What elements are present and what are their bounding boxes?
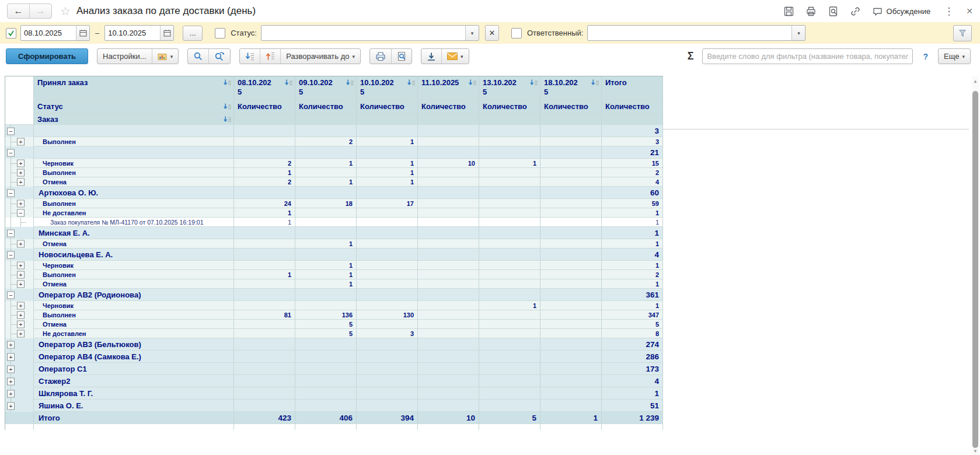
scroll-down-arrow[interactable]: ▼	[972, 447, 979, 455]
cell-value: 60	[602, 187, 663, 199]
expand-toggle[interactable]: +	[17, 262, 25, 270]
generate-button[interactable]: Сформировать	[6, 48, 88, 64]
expand-toggle[interactable]: +	[17, 160, 25, 167]
responsible-checkbox[interactable]	[511, 28, 522, 38]
expand-toggle[interactable]: +	[17, 200, 25, 208]
collapse-toggle[interactable]: −	[7, 189, 15, 197]
sort-icon	[591, 79, 599, 86]
expand-toggle[interactable]: +	[17, 281, 25, 288]
collapse-toggle[interactable]: −	[7, 149, 15, 156]
column-header-prinyal-zakaz[interactable]: Принял заказ	[34, 76, 234, 100]
expand-toggle[interactable]: +	[17, 138, 25, 146]
link-icon[interactable]	[850, 6, 861, 17]
expand-toggle[interactable]: +	[7, 341, 15, 348]
expand-toggle[interactable]: +	[17, 302, 25, 310]
cell-value	[234, 424, 295, 430]
close-icon[interactable]: ✕	[966, 6, 973, 16]
help-button[interactable]: ?	[923, 52, 928, 61]
collapse-toggle[interactable]: −	[7, 291, 15, 299]
chevron-down-icon[interactable]: ▾	[791, 26, 805, 40]
settings-button[interactable]: Настройки...	[97, 49, 152, 64]
cell-value: 1	[540, 412, 602, 424]
column-header-itogo[interactable]: Итого	[602, 76, 663, 100]
column-header-status[interactable]: Статус	[34, 100, 234, 113]
period-to-input[interactable]	[105, 26, 160, 40]
expand-to-button[interactable]: Разворачивать до ▾	[281, 49, 360, 64]
column-header-date[interactable]: 10.10.2025	[357, 76, 418, 100]
tree-line	[11, 218, 11, 227]
cell-value	[418, 270, 479, 279]
status-checkbox[interactable]	[215, 28, 225, 38]
calendar-icon[interactable]	[76, 26, 89, 40]
more-button[interactable]: Еще ▾	[939, 49, 970, 64]
expand-toggle[interactable]: +	[7, 365, 15, 373]
expand-toggle[interactable]: +	[17, 312, 25, 319]
period-checkbox[interactable]	[6, 28, 16, 38]
column-header-date[interactable]: 08.10.2025	[234, 76, 295, 100]
scroll-up-arrow[interactable]: ▲	[972, 77, 979, 85]
vertical-scrollbar[interactable]: ▲ ▼	[972, 76, 979, 455]
cell-value	[540, 289, 602, 301]
expand-toggle[interactable]: +	[17, 271, 25, 279]
column-header-date[interactable]: 18.10.2025	[540, 76, 602, 100]
row-gutter: +	[5, 351, 34, 363]
forward-button[interactable]: →	[30, 4, 51, 18]
column-header-date[interactable]: 09.10.2025	[295, 76, 357, 100]
search-next-button[interactable]	[209, 49, 230, 64]
cell-value: 24	[234, 199, 295, 208]
column-header-date[interactable]: 11.10.2025	[418, 76, 479, 100]
expand-toggle[interactable]: +	[7, 390, 15, 397]
table-row: +Отмена11	[5, 239, 663, 249]
preview-icon[interactable]	[828, 6, 839, 17]
search-button[interactable]	[188, 49, 209, 64]
cell-value	[540, 329, 602, 338]
tree-line	[11, 284, 17, 285]
filter-settings-button[interactable]	[953, 25, 972, 41]
collapse-groups-button[interactable]	[260, 49, 281, 64]
report-variants-button[interactable]: ▾	[152, 49, 179, 64]
expand-toggle[interactable]: +	[7, 402, 15, 410]
collapse-toggle[interactable]: −	[7, 229, 15, 237]
column-header-zakaz[interactable]: Заказ	[34, 113, 234, 125]
row-gutter: −	[5, 146, 34, 159]
autosum-icon[interactable]: Σ	[688, 50, 694, 62]
more-menu-icon[interactable]: ⋮	[944, 5, 954, 18]
scrollbar-thumb[interactable]	[972, 91, 978, 448]
cell-value	[418, 168, 479, 177]
chevron-down-icon[interactable]: ▾	[465, 26, 479, 40]
period-ellipsis-button[interactable]: ...	[183, 26, 203, 41]
send-email-button[interactable]: ▾	[442, 49, 469, 64]
discussion-button[interactable]: Обсуждение	[872, 6, 931, 17]
period-from-input[interactable]	[21, 26, 76, 40]
print-preview-button[interactable]	[392, 49, 411, 64]
collapse-toggle[interactable]: −	[17, 209, 25, 217]
expand-toggle[interactable]: +	[7, 377, 15, 385]
chevron-down-icon: ▾	[170, 54, 173, 60]
expand-toggle[interactable]: +	[17, 169, 25, 177]
save-icon[interactable]	[783, 6, 794, 17]
expand-toggle[interactable]: +	[17, 240, 25, 248]
cell-value	[540, 270, 602, 279]
expand-toggle[interactable]: +	[17, 321, 25, 328]
quick-filter-input[interactable]	[702, 48, 913, 64]
save-file-button[interactable]	[421, 49, 442, 64]
row-label-cell: Выполнен	[34, 270, 234, 279]
expand-toggle[interactable]: +	[17, 178, 25, 186]
favorite-star-icon[interactable]: ☆	[60, 4, 71, 18]
cell-value	[479, 187, 540, 199]
responsible-input[interactable]	[588, 26, 791, 40]
expand-groups-button[interactable]	[240, 49, 260, 64]
expand-toggle[interactable]: +	[7, 353, 15, 360]
print-icon[interactable]	[805, 6, 817, 17]
calendar-icon[interactable]	[160, 26, 173, 40]
expand-toggle[interactable]: +	[17, 330, 25, 338]
collapse-toggle[interactable]: −	[7, 127, 15, 135]
collapse-toggle[interactable]: −	[7, 251, 15, 258]
column-header-date[interactable]: 13.10.2025	[479, 76, 540, 100]
status-input[interactable]	[261, 26, 465, 40]
sort-icon	[346, 79, 354, 86]
back-button[interactable]: ←	[8, 4, 30, 18]
row-label-cell: Стажер2	[34, 375, 234, 387]
status-clear-button[interactable]: ✕	[485, 25, 499, 41]
print-button[interactable]	[370, 49, 392, 64]
